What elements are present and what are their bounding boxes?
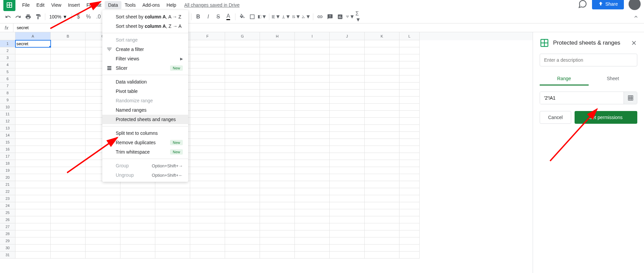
cell[interactable] bbox=[399, 97, 420, 104]
menu-help[interactable]: Help bbox=[163, 1, 180, 9]
tab-range[interactable]: Range bbox=[540, 72, 589, 86]
row-header[interactable]: 5 bbox=[0, 68, 15, 75]
cell[interactable] bbox=[225, 244, 260, 252]
cell[interactable] bbox=[399, 40, 420, 47]
cell[interactable] bbox=[155, 252, 190, 259]
cell[interactable] bbox=[330, 83, 365, 90]
range-input[interactable] bbox=[540, 92, 624, 104]
cell[interactable] bbox=[51, 104, 86, 111]
cell[interactable] bbox=[225, 61, 260, 68]
slicer-item[interactable]: SlicerNew bbox=[102, 63, 188, 73]
spreadsheet-grid[interactable]: ABCDEFGHIJKL 1secret23456789101112131415… bbox=[0, 32, 533, 273]
cell[interactable] bbox=[120, 223, 155, 230]
cell[interactable] bbox=[120, 188, 155, 195]
cell[interactable] bbox=[51, 153, 86, 160]
cell[interactable] bbox=[225, 167, 260, 174]
cell[interactable] bbox=[190, 61, 225, 68]
cell[interactable] bbox=[190, 237, 225, 244]
cell[interactable] bbox=[155, 223, 190, 230]
cell[interactable] bbox=[86, 216, 120, 223]
cell[interactable] bbox=[399, 202, 420, 209]
cell[interactable] bbox=[399, 174, 420, 181]
cell[interactable] bbox=[155, 230, 190, 237]
trim-whitespace-item[interactable]: Trim whitespaceNew bbox=[102, 147, 188, 157]
cell[interactable] bbox=[190, 230, 225, 237]
row-header[interactable]: 20 bbox=[0, 174, 15, 181]
cell[interactable] bbox=[51, 54, 86, 61]
menu-data[interactable]: Data bbox=[105, 1, 121, 9]
cell[interactable] bbox=[260, 146, 295, 153]
cell[interactable] bbox=[399, 195, 420, 202]
cell[interactable] bbox=[155, 195, 190, 202]
cell[interactable] bbox=[86, 230, 120, 237]
cell[interactable] bbox=[399, 209, 420, 216]
comment-icon[interactable] bbox=[578, 0, 587, 9]
cell[interactable] bbox=[330, 47, 365, 54]
cell[interactable] bbox=[330, 223, 365, 230]
cell[interactable] bbox=[225, 47, 260, 54]
cell[interactable] bbox=[86, 223, 120, 230]
cell[interactable] bbox=[225, 188, 260, 195]
cell[interactable] bbox=[330, 111, 365, 118]
row-header[interactable]: 6 bbox=[0, 75, 15, 83]
cell[interactable] bbox=[295, 195, 330, 202]
cell[interactable] bbox=[260, 237, 295, 244]
col-header-B[interactable]: B bbox=[51, 32, 86, 40]
link-button[interactable] bbox=[315, 12, 325, 21]
cell[interactable] bbox=[190, 111, 225, 118]
cell[interactable] bbox=[260, 244, 295, 252]
cell[interactable] bbox=[51, 167, 86, 174]
cell[interactable] bbox=[51, 61, 86, 68]
cell[interactable] bbox=[190, 47, 225, 54]
row-header[interactable]: 28 bbox=[0, 230, 15, 237]
cell[interactable] bbox=[15, 202, 51, 209]
cell[interactable] bbox=[399, 47, 420, 54]
cell[interactable] bbox=[295, 83, 330, 90]
cell[interactable] bbox=[295, 75, 330, 83]
col-header-L[interactable]: L bbox=[399, 32, 420, 40]
cell[interactable] bbox=[399, 188, 420, 195]
cell[interactable] bbox=[330, 244, 365, 252]
menu-insert[interactable]: Insert bbox=[65, 1, 83, 9]
named-ranges-item[interactable]: Named ranges bbox=[102, 105, 188, 115]
cell[interactable] bbox=[190, 216, 225, 223]
collapse-toolbar-button[interactable] bbox=[631, 12, 641, 21]
cell[interactable] bbox=[190, 75, 225, 83]
sort-az-item[interactable]: Sort sheet by column A, A → Z bbox=[102, 12, 188, 21]
cell[interactable] bbox=[86, 188, 120, 195]
cell[interactable] bbox=[51, 75, 86, 83]
cell[interactable] bbox=[120, 216, 155, 223]
cell[interactable] bbox=[260, 75, 295, 83]
cell[interactable] bbox=[260, 83, 295, 90]
menu-tools[interactable]: Tools bbox=[121, 1, 139, 9]
cell[interactable] bbox=[330, 97, 365, 104]
cell[interactable] bbox=[51, 68, 86, 75]
row-header[interactable]: 15 bbox=[0, 139, 15, 146]
cell[interactable] bbox=[295, 167, 330, 174]
cell[interactable] bbox=[51, 118, 86, 125]
cell[interactable] bbox=[399, 252, 420, 259]
cell[interactable] bbox=[15, 209, 51, 216]
cell[interactable] bbox=[15, 125, 51, 132]
select-range-button[interactable] bbox=[624, 92, 637, 104]
cell[interactable] bbox=[15, 146, 51, 153]
cell[interactable] bbox=[86, 202, 120, 209]
cell[interactable] bbox=[15, 174, 51, 181]
functions-button[interactable]: Σ ▼ bbox=[356, 12, 365, 21]
cell[interactable] bbox=[51, 237, 86, 244]
cell[interactable] bbox=[330, 75, 365, 83]
cell[interactable] bbox=[190, 174, 225, 181]
redo-button[interactable] bbox=[13, 12, 23, 21]
cell[interactable] bbox=[15, 181, 51, 188]
menu-format[interactable]: Format bbox=[83, 1, 105, 9]
cell[interactable] bbox=[295, 160, 330, 167]
row-header[interactable]: 19 bbox=[0, 167, 15, 174]
cell[interactable] bbox=[399, 230, 420, 237]
cell[interactable] bbox=[295, 237, 330, 244]
cell[interactable] bbox=[15, 104, 51, 111]
cell[interactable] bbox=[365, 195, 399, 202]
cell[interactable] bbox=[15, 61, 51, 68]
cell[interactable] bbox=[399, 61, 420, 68]
cell[interactable] bbox=[330, 104, 365, 111]
col-header-F[interactable]: F bbox=[190, 32, 225, 40]
